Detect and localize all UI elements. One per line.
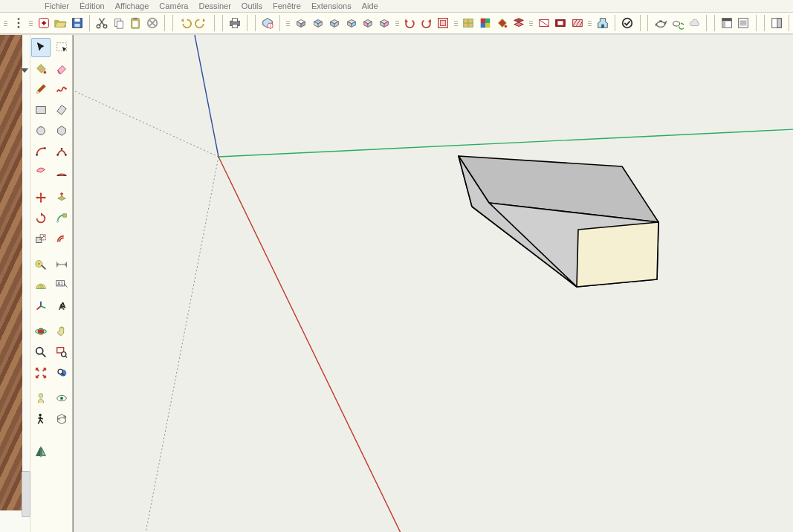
tool-rotate[interactable]: [31, 209, 51, 228]
menu-item-tools[interactable]: Outils: [242, 1, 262, 10]
tool-arc-3pt[interactable]: [52, 142, 71, 161]
tool-axes[interactable]: [31, 296, 51, 316]
redo-icon[interactable]: [194, 15, 209, 31]
toolbar-grip[interactable]: [454, 16, 459, 30]
tool-move[interactable]: [31, 188, 51, 207]
tool-walk[interactable]: [31, 409, 51, 429]
component-library-icon[interactable]: [461, 15, 476, 31]
model-viewport[interactable]: [73, 35, 793, 532]
svg-rect-12: [133, 18, 137, 20]
vertical-scrollbar[interactable]: [22, 471, 30, 517]
layers-icon[interactable]: [511, 15, 526, 31]
extension-warehouse-icon[interactable]: [595, 15, 610, 31]
menu-item-extensions[interactable]: Extensions: [311, 1, 352, 10]
tool-position-camera[interactable]: [31, 389, 51, 408]
undo-view-icon[interactable]: [402, 15, 417, 31]
menu-bar: Fichier Édition Affichage Caméra Dessine…: [0, 0, 793, 12]
tool-freehand[interactable]: [52, 80, 71, 99]
tool-3d-text[interactable]: AA: [52, 296, 71, 316]
toolbar-grip[interactable]: [4, 16, 8, 30]
menu-item-draw[interactable]: Dessiner: [198, 1, 230, 10]
paste-icon[interactable]: [128, 15, 143, 31]
svg-text:A1: A1: [57, 281, 63, 286]
section-display-icon[interactable]: [553, 15, 568, 31]
tool-arc-tangent[interactable]: [52, 163, 71, 182]
toolbar-grip[interactable]: [395, 16, 400, 30]
open-file-icon[interactable]: [53, 15, 68, 31]
view-extents-icon[interactable]: [436, 15, 450, 31]
svg-rect-39: [722, 21, 726, 27]
tool-tape-measure[interactable]: [31, 255, 51, 274]
menu-item-edit[interactable]: Édition: [80, 1, 105, 10]
tool-offset[interactable]: [52, 230, 71, 249]
toolbar-grip[interactable]: [529, 16, 534, 30]
menu-item-window[interactable]: Fenêtre: [273, 1, 301, 10]
tool-text-label[interactable]: A1: [52, 276, 71, 295]
tool-pan[interactable]: [52, 322, 71, 341]
panel-icon[interactable]: [769, 15, 784, 31]
right-view-icon[interactable]: [377, 15, 392, 31]
tool-paint-bucket[interactable]: [31, 59, 51, 78]
left-view-icon[interactable]: [360, 15, 375, 31]
tool-section-plane[interactable]: [52, 409, 71, 429]
copy-icon[interactable]: [111, 15, 126, 31]
new-model-icon[interactable]: [36, 15, 51, 31]
tool-look-around[interactable]: [52, 389, 71, 408]
tool-zoom[interactable]: [31, 343, 51, 362]
svg-rect-52: [63, 214, 67, 218]
toolbar-separator: [756, 15, 757, 31]
cut-icon[interactable]: [94, 15, 109, 31]
tool-mirror[interactable]: [31, 442, 51, 461]
section-plane-icon[interactable]: [537, 15, 551, 31]
tool-rect-select[interactable]: [52, 38, 71, 57]
tool-scale[interactable]: [31, 230, 51, 249]
materials-icon[interactable]: [478, 15, 493, 31]
tool-rectangle-rot[interactable]: [52, 100, 71, 120]
collapse-caret-icon[interactable]: [21, 68, 28, 73]
tool-rectangle[interactable]: [31, 100, 51, 120]
paint-bucket-red-icon[interactable]: [494, 15, 509, 31]
outliner-icon[interactable]: [736, 15, 751, 31]
teapot-sync-icon[interactable]: [670, 15, 684, 31]
front-view-icon[interactable]: [327, 15, 342, 31]
redo-view-icon[interactable]: [419, 15, 434, 31]
tool-orbit[interactable]: [31, 322, 51, 341]
tool-push-pull[interactable]: [52, 188, 71, 207]
viewport-canvas[interactable]: [74, 35, 793, 532]
tool-zoom-extents[interactable]: [31, 363, 51, 383]
top-view-icon[interactable]: [310, 15, 325, 31]
validate-icon[interactable]: [620, 15, 635, 31]
kebab-icon[interactable]: [11, 15, 26, 31]
menu-item-file[interactable]: Fichier: [45, 1, 69, 10]
tool-zoom-window[interactable]: [52, 343, 71, 362]
menu-item-camera[interactable]: Caméra: [159, 1, 188, 10]
section-fill-icon[interactable]: [570, 15, 585, 31]
tool-arc-2pt[interactable]: [31, 142, 51, 161]
layout-icon[interactable]: [719, 15, 734, 31]
menu-item-help[interactable]: Aide: [362, 1, 378, 10]
undo-icon[interactable]: [178, 15, 192, 31]
save-icon[interactable]: [70, 15, 85, 31]
back-view-icon[interactable]: [343, 15, 358, 31]
tool-polygon[interactable]: [52, 121, 71, 140]
tool-dimension[interactable]: [52, 255, 71, 274]
toolbar-grip[interactable]: [286, 16, 291, 30]
cloud-icon[interactable]: [686, 15, 701, 31]
menu-item-view[interactable]: Affichage: [115, 1, 149, 10]
teapot-icon[interactable]: [653, 15, 667, 31]
delete-icon[interactable]: [144, 15, 159, 31]
tool-follow-me[interactable]: [52, 209, 71, 228]
tool-prev-view[interactable]: [52, 363, 71, 383]
tool-eraser[interactable]: [52, 59, 71, 78]
tool-select[interactable]: [31, 38, 51, 57]
tool-circle[interactable]: [31, 121, 51, 140]
toolbar-grip[interactable]: [588, 16, 592, 30]
tool-protractor[interactable]: [31, 276, 51, 295]
iso-view-icon[interactable]: [294, 15, 308, 31]
tool-pencil[interactable]: [31, 80, 51, 99]
print-icon[interactable]: [227, 15, 242, 31]
toolbar-grip[interactable]: [29, 16, 33, 30]
model-info-icon[interactable]: i: [260, 15, 275, 31]
tool-arc-pie[interactable]: [31, 163, 51, 182]
svg-rect-26: [485, 23, 490, 27]
